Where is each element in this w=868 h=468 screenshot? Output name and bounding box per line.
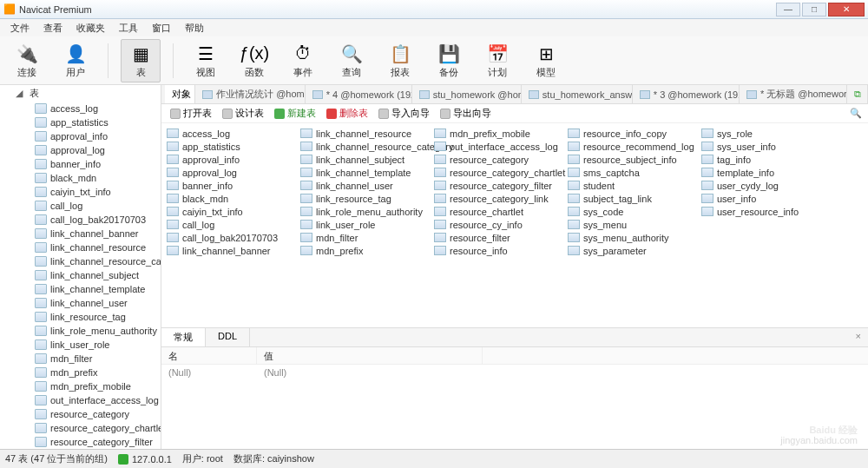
- search-icon[interactable]: 🔍: [849, 107, 863, 121]
- table-item[interactable]: sys_menu: [568, 218, 701, 231]
- tree-item[interactable]: caiyin_txt_info: [0, 185, 161, 199]
- table-item[interactable]: resource_category: [434, 153, 568, 166]
- table-item[interactable]: sys_menu_authority: [568, 231, 701, 244]
- tree-item[interactable]: mdn_prefix: [0, 366, 161, 379]
- add-tab-button[interactable]: ⧉: [847, 85, 868, 103]
- toolbar-视图[interactable]: ☰视图: [186, 39, 226, 82]
- table-item[interactable]: link_channel_user: [300, 179, 434, 192]
- table-item[interactable]: black_mdn: [167, 192, 300, 205]
- table-item[interactable]: user_info: [701, 192, 835, 205]
- menu-item[interactable]: 收藏夹: [69, 20, 112, 36]
- tree-item[interactable]: resource_category_chartlet: [0, 421, 161, 435]
- toolbar-模型[interactable]: ⊞模型: [526, 39, 566, 82]
- table-item[interactable]: user_cydy_log: [701, 179, 835, 192]
- tab[interactable]: 对象: [165, 85, 195, 103]
- tab[interactable]: * 3 @homework (192...: [633, 85, 740, 103]
- maximize-button[interactable]: □: [802, 3, 826, 16]
- table-item[interactable]: resource_info: [434, 244, 568, 257]
- tree-item[interactable]: link_channel_template: [0, 282, 161, 296]
- table-item[interactable]: resource_cy_info: [434, 218, 568, 231]
- tree-item[interactable]: call_log_bak20170703: [0, 213, 161, 227]
- tab[interactable]: * 无标题 @homework...: [740, 85, 848, 103]
- detail-tab-ddl[interactable]: DDL: [206, 328, 250, 346]
- table-item[interactable]: sys_user_info: [701, 140, 835, 153]
- table-item[interactable]: link_user_role: [300, 218, 434, 231]
- tree-item[interactable]: access_log: [0, 102, 161, 115]
- new-table-action[interactable]: 新建表: [271, 107, 319, 120]
- table-item[interactable]: resource_category_filter: [434, 179, 568, 192]
- tree-item[interactable]: black_mdn: [0, 171, 161, 185]
- table-item[interactable]: resource_filter: [434, 231, 568, 244]
- import-action[interactable]: 导入向导: [375, 107, 433, 120]
- table-item[interactable]: approval_log: [167, 166, 300, 179]
- table-item[interactable]: resource_recommend_log: [568, 140, 701, 153]
- table-item[interactable]: app_statistics: [167, 140, 300, 153]
- table-item[interactable]: sys_code: [568, 205, 701, 218]
- toolbar-函数[interactable]: ƒ(x)函数: [234, 39, 274, 82]
- tree-item[interactable]: mdn_filter: [0, 352, 161, 366]
- detail-tab-general[interactable]: 常规: [161, 328, 206, 346]
- tree-item[interactable]: approval_info: [0, 129, 161, 143]
- tree-item[interactable]: link_channel_subject: [0, 268, 161, 282]
- sidebar-header[interactable]: ◢ 表: [0, 85, 161, 102]
- open-table-action[interactable]: 打开表: [167, 107, 215, 120]
- toolbar-事件[interactable]: ⏱事件: [283, 39, 323, 82]
- table-item[interactable]: subject_tag_link: [568, 192, 701, 205]
- table-item[interactable]: sys_role: [701, 127, 835, 140]
- toolbar-用户[interactable]: 👤用户: [56, 39, 95, 82]
- tree-item[interactable]: resource_category_filter: [0, 435, 161, 449]
- tree-item[interactable]: link_channel_user: [0, 296, 161, 310]
- table-item[interactable]: link_channel_resource: [300, 127, 434, 140]
- toolbar-连接[interactable]: 🔌连接: [7, 39, 47, 82]
- detail-close-button[interactable]: ×: [849, 328, 868, 346]
- tree-item[interactable]: link_channel_resource: [0, 241, 161, 254]
- tree-item[interactable]: out_interface_access_log: [0, 393, 161, 407]
- tab[interactable]: stu_homework @hom...: [412, 85, 522, 103]
- tab[interactable]: * 4 @homework (192...: [306, 85, 412, 103]
- toolbar-查询[interactable]: 🔍查询: [332, 39, 372, 82]
- table-item[interactable]: mdn_prefix: [300, 244, 434, 257]
- tree-item[interactable]: mdn_prefix_mobile: [0, 379, 161, 393]
- design-table-action[interactable]: 设计表: [219, 107, 267, 120]
- tab[interactable]: 作业情况统计 @home...: [195, 85, 306, 103]
- table-item[interactable]: link_channel_banner: [167, 244, 300, 257]
- table-item[interactable]: sms_captcha: [568, 166, 701, 179]
- tree-item[interactable]: app_statistics: [0, 115, 161, 129]
- menu-item[interactable]: 窗口: [145, 20, 178, 36]
- minimize-button[interactable]: —: [776, 3, 800, 16]
- table-item[interactable]: approval_info: [167, 153, 300, 166]
- tree-item[interactable]: resource_category: [0, 407, 161, 421]
- toolbar-计划[interactable]: 📅计划: [477, 39, 517, 82]
- tree-item[interactable]: link_channel_banner: [0, 227, 161, 241]
- table-item[interactable]: link_role_menu_authority: [300, 205, 434, 218]
- table-item[interactable]: access_log: [167, 127, 300, 140]
- table-item[interactable]: template_info: [701, 166, 835, 179]
- table-item[interactable]: tag_info: [701, 153, 835, 166]
- table-item[interactable]: resource_category_chartlet: [434, 166, 568, 179]
- toolbar-报表[interactable]: 📋报表: [380, 39, 420, 82]
- table-item[interactable]: resource_info_copy: [568, 127, 701, 140]
- table-item[interactable]: resource_subject_info: [568, 153, 701, 166]
- tree-item[interactable]: link_resource_tag: [0, 310, 161, 324]
- table-item[interactable]: banner_info: [167, 179, 300, 192]
- tab[interactable]: stu_homework_answe...: [522, 85, 633, 103]
- menu-item[interactable]: 查看: [36, 20, 69, 36]
- table-item[interactable]: resource_chartlet: [434, 205, 568, 218]
- tree-item[interactable]: link_role_menu_authority: [0, 324, 161, 338]
- close-button[interactable]: ✕: [828, 3, 865, 16]
- tree-item[interactable]: approval_log: [0, 143, 161, 157]
- table-item[interactable]: link_resource_tag: [300, 192, 434, 205]
- tree-item[interactable]: link_channel_resource_categ: [0, 254, 161, 268]
- export-action[interactable]: 导出向导: [437, 107, 495, 120]
- delete-table-action[interactable]: 删除表: [323, 107, 372, 120]
- tree-item[interactable]: call_log: [0, 199, 161, 213]
- tree-item[interactable]: link_user_role: [0, 338, 161, 352]
- tree-item[interactable]: banner_info: [0, 157, 161, 171]
- menu-item[interactable]: 帮助: [178, 20, 211, 36]
- table-item[interactable]: call_log: [167, 218, 300, 231]
- sidebar[interactable]: ◢ 表 access_logapp_statisticsapproval_inf…: [0, 85, 161, 449]
- menu-item[interactable]: 文件: [3, 20, 36, 36]
- table-item[interactable]: out_interface_access_log: [434, 140, 568, 153]
- table-item[interactable]: link_channel_template: [300, 166, 434, 179]
- table-item[interactable]: user_resource_info: [701, 205, 835, 218]
